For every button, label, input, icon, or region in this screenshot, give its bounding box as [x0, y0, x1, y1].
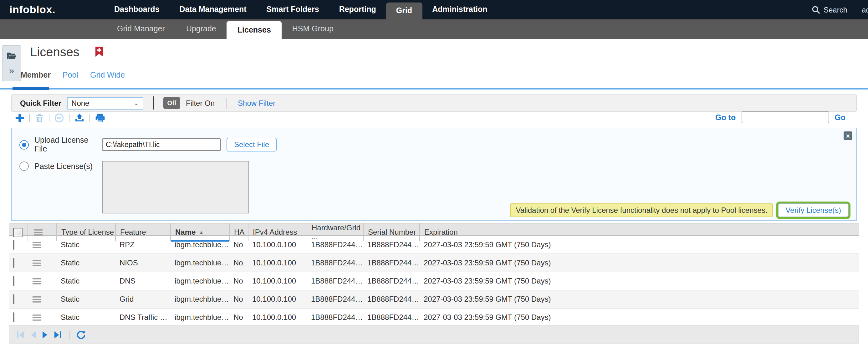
bookmark-add-icon[interactable] — [95, 46, 103, 60]
page-title: Licenses — [30, 45, 80, 60]
nav-item-data-management[interactable]: Data Management — [169, 0, 256, 20]
page-header: Licenses — [30, 45, 103, 60]
row-select-cell — [9, 240, 28, 249]
row-menu-icon[interactable] — [33, 296, 56, 303]
subnav-item-grid-manager[interactable]: Grid Manager — [106, 20, 176, 39]
row-checkbox[interactable] — [13, 258, 14, 268]
print-button[interactable] — [95, 113, 105, 122]
previous-page-icon — [30, 331, 36, 339]
column-header-ipv4-address[interactable]: IPv4 Address — [248, 223, 307, 241]
refresh-button[interactable] — [76, 330, 86, 340]
tab-grid-wide[interactable]: Grid Wide — [90, 71, 125, 80]
nav-item-administration[interactable]: Administration — [422, 0, 497, 20]
quick-filter-select[interactable]: None ⌄ — [67, 97, 143, 109]
remove-button[interactable] — [55, 113, 64, 122]
row-menu-icon[interactable] — [33, 278, 56, 284]
next-page-icon — [42, 331, 48, 339]
table-row[interactable]: Static DNS Traffic Co... ibgm.techblue.n… — [9, 309, 859, 327]
global-search[interactable]: Search — [812, 5, 847, 14]
show-filter-link[interactable]: Show Filter — [238, 99, 275, 107]
tab-member[interactable]: Member — [21, 71, 51, 80]
cell-type: Static — [56, 295, 115, 304]
goto-controls: Go to Go — [715, 112, 845, 123]
quick-filter-selected-value: None — [71, 99, 89, 107]
row-menu-icon[interactable] — [33, 241, 56, 248]
cell-ipv4: 10.100.0.100 — [248, 313, 307, 322]
cell-expiration: 2027-03-03 23:59:59 GMT (750 Days) — [419, 240, 859, 249]
cell-type: Static — [56, 277, 115, 285]
trash-icon — [35, 113, 44, 122]
column-header-ha[interactable]: HA — [229, 223, 248, 241]
cell-name: ibgm.techblue.net — [170, 295, 229, 304]
license-file-path-input[interactable] — [102, 138, 221, 151]
nav-item-reporting[interactable]: Reporting — [329, 0, 386, 20]
select-all-checkbox[interactable] — [13, 227, 23, 237]
row-menu-cell — [28, 241, 56, 248]
row-menu-cell — [28, 278, 56, 284]
go-button[interactable]: Go — [835, 113, 845, 122]
user-menu-partial[interactable]: ad — [862, 5, 868, 14]
nav-item-grid[interactable]: Grid — [386, 2, 422, 20]
cell-ha: No — [229, 258, 248, 267]
cell-type: Static — [56, 240, 115, 249]
table-header-row: Type of License Feature Name ▲ HA IPv4 A… — [9, 223, 859, 236]
tab-pool[interactable]: Pool — [63, 71, 78, 80]
column-label: Feature — [120, 228, 146, 236]
last-page-button[interactable] — [54, 331, 62, 339]
verify-row: Validation of the Verify License functio… — [510, 203, 850, 217]
row-checkbox[interactable] — [13, 312, 14, 322]
cell-expiration: 2027-03-03 23:59:59 GMT (750 Days) — [419, 277, 859, 285]
first-page-button[interactable] — [16, 331, 24, 339]
cell-ipv4: 10.100.0.100 — [248, 258, 307, 267]
table-row[interactable]: Static DNS ibgm.techblue.net No 10.100.0… — [9, 272, 859, 290]
column-header-feature[interactable]: Feature — [115, 223, 170, 241]
paste-licenses-textarea[interactable] — [102, 161, 249, 214]
verify-licenses-button[interactable]: Verify License(s) — [778, 203, 848, 217]
paste-license-row: Paste License(s) — [20, 161, 93, 171]
menu-icon[interactable] — [34, 229, 42, 236]
column-header-name[interactable]: Name ▲ — [170, 223, 229, 241]
row-checkbox[interactable] — [13, 240, 14, 250]
column-header-serial-number[interactable]: Serial Number — [363, 223, 419, 241]
plus-icon — [15, 113, 24, 122]
next-page-button[interactable] — [42, 331, 48, 339]
table-row[interactable]: Static NIOS ibgm.techblue.net No 10.100.… — [9, 254, 859, 272]
previous-page-button[interactable] — [30, 331, 36, 339]
cell-name: ibgm.techblue.net — [170, 258, 229, 267]
row-menu-icon[interactable] — [33, 259, 56, 266]
column-header-hardware-grid[interactable]: Hardware/Grid ... — [307, 223, 363, 241]
upload-license-panel: × Upload License File Select File Paste … — [11, 128, 857, 221]
nav-item-dashboards[interactable]: Dashboards — [104, 0, 169, 20]
upload-button[interactable] — [74, 113, 85, 122]
goto-input[interactable] — [741, 112, 829, 123]
add-button[interactable] — [15, 113, 24, 122]
cell-feature: NIOS — [115, 258, 170, 267]
upload-license-file-radio[interactable] — [20, 140, 29, 149]
delete-button[interactable] — [35, 113, 44, 122]
filter-on-toggle[interactable]: Off — [163, 97, 180, 109]
subnav-item-licenses[interactable]: Licenses — [227, 21, 282, 39]
row-menu-cell — [28, 314, 56, 321]
paste-licenses-radio[interactable] — [20, 161, 29, 171]
row-select-cell — [9, 313, 28, 322]
table-row[interactable]: Static Grid ibgm.techblue.net No 10.100.… — [9, 290, 859, 309]
infoblox-logo: infoblox. — [9, 3, 55, 16]
cell-expiration: 2027-03-03 23:59:59 GMT (750 Days) — [419, 258, 859, 267]
cell-name: ibgm.techblue.net — [170, 313, 229, 322]
close-icon[interactable]: × — [844, 131, 852, 140]
last-page-icon — [54, 331, 62, 339]
row-checkbox[interactable] — [13, 276, 14, 286]
nav-item-smart-folders[interactable]: Smart Folders — [256, 0, 329, 20]
finder-panel-expander[interactable]: » — [2, 45, 21, 82]
first-page-icon — [16, 331, 24, 339]
subnav-item-hsm-group[interactable]: HSM Group — [282, 20, 344, 39]
column-label: Type of License — [61, 228, 114, 236]
row-checkbox[interactable] — [13, 294, 14, 304]
cell-feature: DNS — [115, 277, 170, 285]
column-header-type-of-license[interactable]: Type of License — [56, 223, 115, 241]
row-menu-icon[interactable] — [33, 314, 56, 321]
column-header-expiration[interactable]: Expiration — [419, 223, 859, 241]
cell-feature: Grid — [115, 295, 170, 304]
subnav-item-upgrade[interactable]: Upgrade — [176, 20, 227, 39]
select-file-button[interactable]: Select File — [226, 138, 277, 152]
